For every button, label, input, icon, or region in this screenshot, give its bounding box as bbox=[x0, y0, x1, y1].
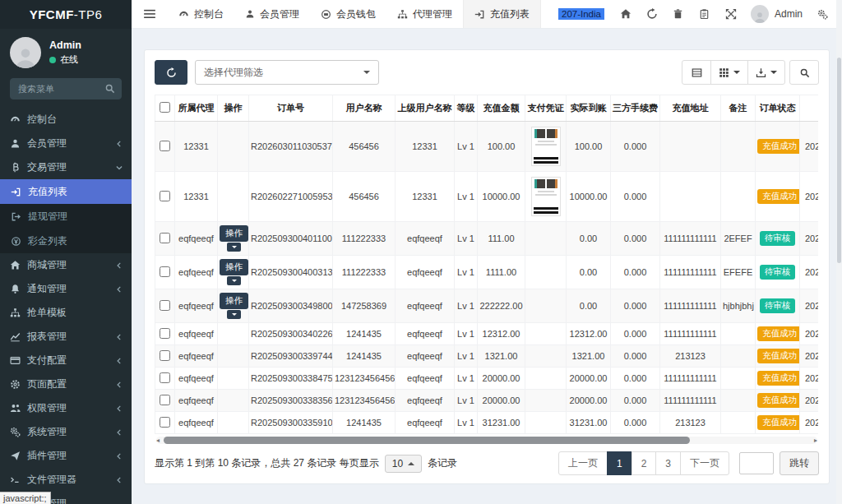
page-button-3[interactable]: 3 bbox=[655, 451, 681, 475]
horizontal-scrollbar[interactable]: ◂ ▸ bbox=[156, 437, 817, 444]
row-checkbox[interactable] bbox=[160, 266, 170, 277]
tab-dashboard[interactable]: 控制台 bbox=[168, 0, 234, 28]
row-action-group: 操作 bbox=[220, 225, 248, 252]
chart-line-icon bbox=[10, 331, 27, 342]
horizontal-scrollbar-thumb[interactable] bbox=[164, 437, 690, 444]
export-button[interactable] bbox=[747, 60, 785, 85]
cell-parent-username: 12331 bbox=[396, 122, 455, 172]
action-caret-button[interactable] bbox=[227, 310, 241, 319]
sidebar-item-recharge-list[interactable]: 充值列表 bbox=[0, 179, 132, 204]
cell-amount: 12312.00 bbox=[478, 323, 525, 345]
sidebar-item-page-config[interactable]: 页面配置 bbox=[0, 372, 132, 396]
scroll-left-arrow-icon[interactable]: ◂ bbox=[156, 437, 160, 443]
cell-amount: 111.00 bbox=[478, 222, 525, 256]
sidebar-item-withdraw[interactable]: 提现管理 bbox=[0, 204, 132, 229]
action-caret-button[interactable] bbox=[227, 276, 241, 285]
vertical-scrollbar-thumb[interactable] bbox=[837, 58, 841, 263]
cell-order-no: R2026022710059530 bbox=[249, 172, 333, 222]
search-icon[interactable] bbox=[104, 83, 115, 94]
header-address: 充值地址 bbox=[660, 95, 721, 122]
cell-level: Lv 1 bbox=[455, 222, 478, 256]
search-toggle-button[interactable] bbox=[789, 60, 819, 85]
trash-button[interactable] bbox=[665, 0, 692, 29]
cell-level: Lv 1 bbox=[455, 368, 478, 390]
table-row: eqfqeeqf 操作 R2025093004003134 111222333 … bbox=[155, 256, 819, 289]
tab-agents[interactable]: 代理管理 bbox=[386, 0, 463, 28]
action-button[interactable]: 操作 bbox=[220, 225, 248, 242]
payment-voucher-thumbnail[interactable] bbox=[531, 127, 561, 166]
cell-parent-username: eqfqeeqf bbox=[396, 289, 455, 323]
columns-button[interactable] bbox=[710, 60, 748, 85]
cell-address: 213123 bbox=[660, 345, 721, 368]
chevron-down-icon bbox=[115, 164, 123, 172]
sidebar-item-file-manager[interactable]: 文件管理器 bbox=[0, 468, 132, 492]
cell-remark: 2EFEF bbox=[721, 222, 756, 256]
row-checkbox[interactable] bbox=[160, 372, 170, 383]
cell-order-no: R2025093003498008 bbox=[249, 289, 333, 323]
sidebar-item-plugins[interactable]: 插件管理 bbox=[0, 444, 132, 468]
cell-username: 111222333 bbox=[333, 222, 396, 256]
row-checkbox[interactable] bbox=[160, 233, 170, 243]
sidebar-item-system[interactable]: 系统管理 bbox=[0, 420, 132, 444]
cell-amount: 31231.00 bbox=[478, 412, 525, 434]
cell-fee: 0.000 bbox=[611, 256, 660, 289]
payment-voucher-thumbnail[interactable] bbox=[531, 177, 561, 216]
sidebar-item-permissions[interactable]: 权限管理 bbox=[0, 396, 132, 420]
row-checkbox[interactable] bbox=[160, 141, 170, 151]
jump-button[interactable]: 跳转 bbox=[780, 451, 819, 475]
app-logo[interactable]: YFCMF-TP6 bbox=[0, 0, 132, 29]
refresh-table-button[interactable] bbox=[155, 60, 187, 85]
action-button[interactable]: 操作 bbox=[220, 259, 248, 275]
sidebar-item-notifications[interactable]: 通知管理 bbox=[0, 277, 132, 301]
row-checkbox[interactable] bbox=[160, 300, 170, 311]
sidebar-item-payment-config[interactable]: 支付配置 bbox=[0, 349, 132, 372]
row-checkbox[interactable] bbox=[160, 350, 170, 361]
table-body: 12331 操作 R2026030110305374 456456 12331 … bbox=[155, 122, 819, 434]
refresh-icon bbox=[646, 8, 658, 20]
next-page-button[interactable]: 下一页 bbox=[680, 451, 729, 475]
settings-button[interactable] bbox=[809, 0, 835, 29]
home-button[interactable] bbox=[613, 0, 639, 29]
cell-amount: 20000.00 bbox=[478, 390, 525, 412]
sidebar-item-order-template[interactable]: 抢单模板 bbox=[0, 301, 132, 325]
card-view-button[interactable] bbox=[682, 60, 711, 85]
cell-remark: hjbhjbhj bbox=[721, 289, 756, 323]
row-checkbox[interactable] bbox=[160, 328, 170, 339]
navbar-user[interactable]: Admin bbox=[744, 5, 809, 23]
fullscreen-button[interactable] bbox=[718, 0, 744, 29]
sidebar-item-mall[interactable]: 商城管理 bbox=[0, 253, 132, 277]
sidebar-item-dashboard[interactable]: 控制台 bbox=[0, 108, 132, 132]
row-checkbox[interactable] bbox=[160, 191, 170, 201]
refresh-button[interactable] bbox=[639, 0, 665, 29]
page-button-1[interactable]: 1 bbox=[607, 451, 632, 475]
sidebar-item-bonus-list[interactable]: 彩金列表 bbox=[0, 229, 132, 253]
page-size-select[interactable]: 10 bbox=[385, 455, 422, 473]
sidebar-item-reports[interactable]: 报表管理 bbox=[0, 325, 132, 349]
sidebar-item-transactions[interactable]: 交易管理 bbox=[0, 155, 132, 179]
clipboard-button[interactable] bbox=[692, 0, 718, 29]
scroll-right-arrow-icon[interactable]: ▸ bbox=[814, 437, 817, 443]
selected-text[interactable]: 207-India bbox=[558, 8, 604, 20]
row-checkbox[interactable] bbox=[160, 395, 170, 405]
row-checkbox[interactable] bbox=[160, 417, 170, 428]
jump-page-input[interactable] bbox=[739, 452, 774, 474]
chevron-left-icon bbox=[115, 140, 123, 148]
cell-agent: eqfqeeqf bbox=[175, 289, 218, 323]
select-all-checkbox[interactable] bbox=[160, 102, 170, 113]
tab-recharge-list[interactable]: 充值列表 bbox=[463, 0, 541, 28]
prev-page-button[interactable]: 上一页 bbox=[558, 451, 608, 475]
vertical-scrollbar[interactable] bbox=[836, 0, 842, 504]
cell-parent-username: eqfqeeqf bbox=[396, 390, 455, 412]
agent-filter-select[interactable]: 选择代理筛选 bbox=[195, 60, 379, 85]
page-button-2[interactable]: 2 bbox=[632, 451, 657, 475]
tab-member-wallet[interactable]: 会员钱包 bbox=[310, 0, 386, 28]
hamburger-icon[interactable] bbox=[132, 0, 168, 28]
cell-agent: eqfqeeqf bbox=[175, 390, 218, 412]
caret-down-icon bbox=[232, 280, 237, 282]
action-caret-button[interactable] bbox=[227, 243, 241, 252]
table-row: eqfqeeqf 操作 R2025093004011009 111222333 … bbox=[155, 222, 819, 256]
sidebar-item-members[interactable]: 会员管理 bbox=[0, 132, 132, 155]
columns-icon bbox=[719, 67, 729, 78]
action-button[interactable]: 操作 bbox=[220, 293, 248, 309]
tab-members[interactable]: 会员管理 bbox=[234, 0, 310, 28]
